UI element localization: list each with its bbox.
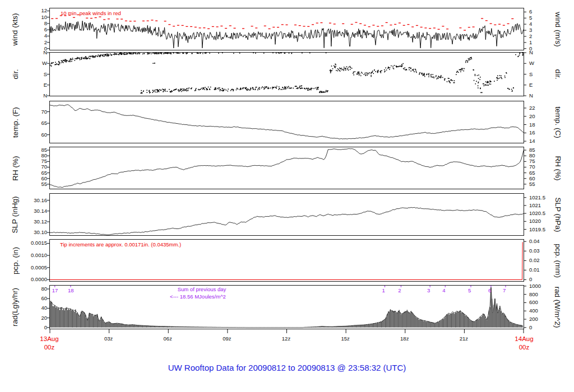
weather-multipanel-chart: wind (kts) wind (m/s) dir. dir. temp. (F… <box>0 0 574 392</box>
tick-label-right: 60 <box>529 176 561 181</box>
tick-label-left: 30.14 <box>22 208 47 214</box>
tick-label-right: 6 <box>529 9 561 15</box>
x-axis-tick-label: 03z <box>98 335 120 342</box>
x-axis-start-date: 13Aug 00z <box>33 335 66 352</box>
y-axis-label-wind-kts: wind (kts) <box>8 8 22 50</box>
tick-label-right: 600 <box>529 300 561 305</box>
wind-direction-panel <box>49 52 524 96</box>
tick-label-right: 0.02 <box>529 258 561 263</box>
tick-label-right: 1021 <box>529 203 561 208</box>
tick-label-left: 0.0000 <box>22 277 47 282</box>
tick-label-left: 0 <box>22 325 47 330</box>
relative-humidity-plot <box>50 147 524 189</box>
tick-label-right: N <box>529 50 561 55</box>
tick-label-left: 30.12 <box>22 219 47 225</box>
tick-label-right: 75 <box>529 158 561 164</box>
x-axis-tick-label: 09z <box>216 335 238 342</box>
tick-label-left: 85 <box>22 147 47 153</box>
tick-label-left: 60 <box>22 132 47 138</box>
tick-label-left: S <box>22 72 47 77</box>
y-axis-label-dir-left: dir. <box>8 52 22 96</box>
rad-hour-label: 7 <box>503 287 510 293</box>
tick-label-right: 4 <box>529 21 561 27</box>
tick-label-right: 1020.5 <box>529 211 561 216</box>
tick-label-left: 65 <box>22 120 47 126</box>
tick-label-left: 70 <box>22 109 47 115</box>
pressure-panel <box>49 193 524 236</box>
temperature-plot <box>50 101 524 143</box>
tick-label-right: 3 <box>529 27 561 33</box>
tick-label-right: 1019.5 <box>529 227 561 232</box>
tick-label-left: 60 <box>22 176 47 181</box>
tick-label-right: 0 <box>529 325 561 330</box>
tick-label-left: N <box>22 50 47 55</box>
pcp-tip-annotation: Tip increments are approx. 0.00171in. (0… <box>60 241 181 248</box>
tick-label-right: 16 <box>529 130 561 136</box>
tick-label-left: 6 <box>22 27 47 32</box>
tick-label-left: 8 <box>22 21 47 26</box>
tick-label-left: 0.0005 <box>22 265 47 270</box>
tick-label-right: 55 <box>529 181 561 187</box>
tick-label-left: N <box>22 93 47 99</box>
tick-label-right: E <box>529 82 561 88</box>
chart-title: UW Rooftop Data for 20090812 to 20090813… <box>0 363 574 372</box>
tick-label-right: 200 <box>529 316 561 322</box>
tick-label-right: 70 <box>529 164 561 170</box>
tick-label-left: 70 <box>22 164 47 170</box>
tick-label-right: 1 <box>529 40 561 45</box>
rad-hour-label: 17 <box>52 287 59 293</box>
x-axis-tick-label: 21z <box>452 335 475 342</box>
tick-label-right: 20 <box>529 114 561 119</box>
x-axis-tick-label: 18z <box>394 335 416 342</box>
tick-label-left: 80 <box>22 153 47 158</box>
direction-plot <box>50 53 524 96</box>
rad-hour-label: 1 <box>382 287 388 293</box>
tick-label-right: 65 <box>529 170 561 176</box>
tick-label-right: 0.03 <box>529 248 561 254</box>
tick-label-left: 75 <box>22 158 47 164</box>
y-axis-label-pcp-in: pcp. (in) <box>8 239 22 282</box>
tick-label-left: 80 <box>22 286 47 292</box>
y-axis-label-rad-lgly: rad(Lgly/hr) <box>8 285 22 329</box>
tick-label-right: 800 <box>529 292 561 297</box>
radiation-plot <box>50 286 524 329</box>
tick-label-left: 40 <box>22 305 47 311</box>
rad-sum-annotation-line2: <--- 18.56 MJoules/m^2 <box>145 293 251 300</box>
tick-label-right: 18 <box>529 122 561 128</box>
tick-label-right: 0.01 <box>529 267 561 273</box>
tick-label-right: 1020 <box>529 218 561 224</box>
rad-hour-label: 5 <box>468 287 475 293</box>
tick-label-right: 400 <box>529 308 561 314</box>
tick-label-left: 60 <box>22 296 47 301</box>
tick-label-right: N <box>529 93 561 99</box>
temperature-panel <box>49 101 524 143</box>
tick-label-left: E <box>22 82 47 88</box>
tick-label-right: 22 <box>529 105 561 111</box>
rad-hour-label: 4 <box>442 287 449 293</box>
tick-label-right: 80 <box>529 153 561 158</box>
tick-label-left: 20 <box>22 315 47 321</box>
tick-label-left: 65 <box>22 170 47 176</box>
tick-label-left: W <box>22 60 47 66</box>
tick-label-right: 5 <box>529 15 561 21</box>
humidity-panel <box>49 147 524 189</box>
tick-label-left: 30.10 <box>22 230 47 235</box>
sea-level-pressure-plot <box>50 194 524 235</box>
x-axis-end-date: 14Aug 00z <box>507 335 541 352</box>
tick-label-right: 0.04 <box>529 239 561 244</box>
tick-label-left: 55 <box>22 181 47 187</box>
tick-label-right: 0 <box>529 277 561 282</box>
x-axis-tick-label: 06z <box>156 335 179 342</box>
radiation-panel <box>49 285 524 329</box>
tick-label-left: 4 <box>22 33 47 39</box>
wind-peaks-annotation: 10 min. peak winds in red <box>61 10 121 16</box>
tick-label-left: 30.16 <box>22 198 47 203</box>
tick-label-right: W <box>529 60 561 66</box>
wind-plot <box>50 8 524 50</box>
rad-hour-label: 18 <box>68 287 75 293</box>
tick-label-right: 1021.5 <box>529 195 561 200</box>
tick-label-left: 10 <box>22 15 47 20</box>
tick-label-right: S <box>529 72 561 77</box>
x-axis-tick-label: 12z <box>275 335 298 342</box>
tick-label-right: 14 <box>529 138 561 144</box>
